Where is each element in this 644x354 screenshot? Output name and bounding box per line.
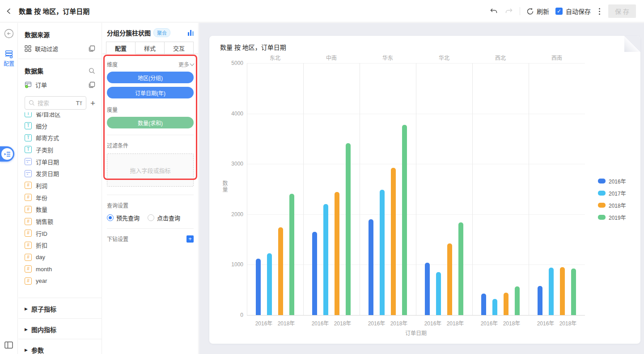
field-search-input[interactable] bbox=[38, 100, 69, 107]
field-item[interactable]: T邮寄方式 bbox=[25, 132, 95, 144]
page-fold bbox=[624, 36, 640, 52]
field-item[interactable]: 订单日期 bbox=[25, 156, 95, 168]
field-item[interactable]: #month bbox=[25, 263, 95, 275]
rail-item-config[interactable]: 配置 bbox=[0, 50, 18, 67]
field-item[interactable]: #year bbox=[25, 275, 95, 287]
switch-source-icon[interactable] bbox=[89, 45, 95, 52]
redo-icon[interactable] bbox=[504, 7, 513, 16]
y-tick-label: 2000 bbox=[225, 211, 243, 218]
bar-华北-2019年[interactable] bbox=[458, 222, 463, 315]
bar-华北-2016年[interactable] bbox=[425, 263, 430, 315]
switch-dataset-icon[interactable] bbox=[89, 81, 95, 88]
search-icon[interactable] bbox=[89, 68, 95, 74]
chart-card[interactable]: 数量 按 地区，订单日期 东北中南华东华北西北西南500040003000200… bbox=[209, 36, 640, 344]
section-chart-metrics[interactable]: ▶ 图内指标 bbox=[25, 324, 95, 334]
bar-中南-2019年[interactable] bbox=[346, 143, 351, 315]
bar-东北-2019年[interactable] bbox=[289, 194, 294, 315]
legend-item-2016年[interactable]: 2016年 bbox=[598, 177, 626, 185]
field-label: 邮寄方式 bbox=[36, 133, 59, 142]
query-option[interactable]: 预先查询 bbox=[107, 213, 140, 222]
dataset-item[interactable]: 订单 bbox=[25, 81, 95, 89]
tab-style[interactable]: 样式 bbox=[135, 42, 165, 54]
autosave-toggle[interactable]: ✓ 自动保存 bbox=[555, 7, 591, 16]
x-tick-label: 2016年 bbox=[368, 319, 386, 327]
bar-华东-2018年[interactable] bbox=[391, 168, 396, 315]
refresh-icon bbox=[526, 8, 534, 15]
tab-config[interactable]: 配置 bbox=[106, 42, 136, 54]
bar-西北-2019年[interactable] bbox=[515, 286, 520, 315]
save-button[interactable]: 保 存 bbox=[608, 4, 636, 18]
bar-西南-2019年[interactable] bbox=[571, 269, 576, 315]
chart-switch-icon[interactable] bbox=[188, 30, 194, 36]
bar-西北-2017年[interactable] bbox=[492, 299, 497, 315]
field-item[interactable]: #利润 bbox=[25, 179, 95, 192]
dimension-pill-order-date[interactable]: 订单日期(年) bbox=[107, 87, 194, 98]
topbar: 数量 按 地区，订单日期 刷新 ✓ 自动保存 保 存 bbox=[0, 0, 644, 22]
query-option[interactable]: 点击查询 bbox=[148, 213, 180, 222]
legend-item-2018年[interactable]: 2018年 bbox=[598, 201, 626, 209]
field-search-box[interactable]: TT bbox=[25, 96, 86, 110]
bar-西南-2016年[interactable] bbox=[538, 286, 542, 315]
bar-group-华北 bbox=[416, 63, 472, 315]
section-parameters[interactable]: ▶ 参数 bbox=[25, 345, 95, 354]
y-tick-label: 4000 bbox=[225, 111, 243, 117]
tab-interaction[interactable]: 交互 bbox=[164, 42, 194, 54]
bar-东北-2018年[interactable] bbox=[278, 227, 283, 315]
bar-华东-2017年[interactable] bbox=[380, 190, 385, 315]
collapse-panel-button[interactable] bbox=[4, 29, 14, 38]
add-field-button[interactable]: + bbox=[90, 99, 95, 107]
x-tick-label: 2018年 bbox=[390, 319, 408, 327]
bar-西南-2017年[interactable] bbox=[549, 268, 554, 315]
region-label: 东北 bbox=[247, 54, 303, 61]
add-drill-button[interactable]: + bbox=[186, 235, 194, 243]
field-item[interactable]: #折扣 bbox=[25, 239, 95, 252]
bar-西北-2016年[interactable] bbox=[481, 294, 486, 315]
radio-label: 预先查询 bbox=[116, 213, 140, 222]
bar-东北-2016年[interactable] bbox=[256, 259, 261, 315]
x-tick-label: 2018年 bbox=[278, 319, 295, 327]
field-item[interactable]: #销售额 bbox=[25, 215, 95, 227]
back-button[interactable] bbox=[0, 0, 18, 22]
field-item[interactable]: #年份 bbox=[25, 192, 95, 204]
refresh-button[interactable]: 刷新 bbox=[526, 7, 549, 16]
checkbox-checked-icon[interactable]: ✓ bbox=[555, 8, 563, 15]
field-item[interactable]: T省/自治区 bbox=[25, 112, 95, 120]
font-case-tool[interactable]: TT bbox=[76, 100, 82, 107]
more-link[interactable]: 更多 bbox=[178, 60, 194, 68]
divider bbox=[18, 298, 102, 298]
data-source-item[interactable]: 联动过滤 bbox=[25, 44, 95, 53]
bar-华北-2017年[interactable] bbox=[436, 272, 441, 315]
bar-中南-2017年[interactable] bbox=[323, 204, 328, 315]
section-atomic-metrics[interactable]: ▶ 原子指标 bbox=[25, 303, 95, 314]
measure-pill-quantity[interactable]: 数量(求和) bbox=[107, 117, 194, 128]
bar-西北-2018年[interactable] bbox=[504, 293, 508, 315]
undo-icon[interactable] bbox=[489, 7, 498, 16]
field-item[interactable]: #数量 bbox=[25, 204, 95, 216]
legend-swatch bbox=[598, 191, 606, 196]
bar-中南-2016年[interactable] bbox=[312, 232, 317, 315]
legend-item-2017年[interactable]: 2017年 bbox=[598, 189, 626, 197]
field-item[interactable]: 发货日期 bbox=[25, 167, 95, 179]
bar-华北-2018年[interactable] bbox=[447, 243, 452, 315]
bar-中南-2018年[interactable] bbox=[335, 192, 339, 315]
field-item[interactable]: #day bbox=[25, 251, 95, 263]
region-label: 西南 bbox=[529, 54, 585, 61]
radio-selected-icon[interactable] bbox=[107, 214, 114, 221]
legend-swatch bbox=[598, 203, 606, 208]
radio-icon[interactable] bbox=[148, 214, 154, 221]
bar-西南-2018年[interactable] bbox=[560, 267, 565, 315]
dimension-pill-region[interactable]: 地区(分组) bbox=[107, 72, 194, 83]
filter-drop-zone[interactable]: 拖入字段或指标 bbox=[107, 154, 194, 187]
field-item[interactable]: #行ID bbox=[25, 227, 95, 239]
legend-item-2019年[interactable]: 2019年 bbox=[598, 213, 626, 221]
layout-toggle-button[interactable] bbox=[4, 341, 13, 349]
more-menu-button[interactable] bbox=[597, 6, 602, 17]
field-item[interactable]: T子类别 bbox=[25, 144, 95, 156]
bar-东北-2017年[interactable] bbox=[267, 253, 272, 315]
number-field-icon: # bbox=[25, 218, 32, 225]
rail-config-label: 配置 bbox=[0, 60, 18, 67]
caret-right-icon: ▶ bbox=[25, 307, 28, 311]
field-item[interactable]: T细分 bbox=[25, 120, 95, 132]
bar-华东-2016年[interactable] bbox=[369, 219, 373, 315]
bar-华东-2019年[interactable] bbox=[402, 125, 407, 315]
